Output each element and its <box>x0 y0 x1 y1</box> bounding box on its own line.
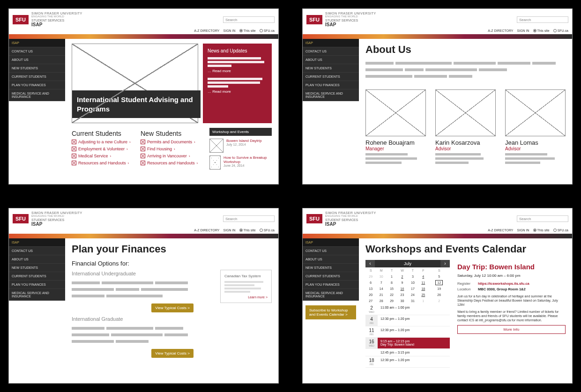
signin-link[interactable]: SIGN IN <box>223 29 236 32</box>
sidebar-item-contact[interactable]: CONTACT US <box>9 247 65 255</box>
search-input[interactable]: Search <box>223 215 275 222</box>
sidebar-item-medical[interactable]: MEDICAL SERVICE AND INSURANCE <box>303 89 359 101</box>
link-medical[interactable]: Medical Service› <box>72 154 134 158</box>
subtitle: Financial Options for: <box>72 260 272 267</box>
day-row[interactable]: 18FRI12:30 pm – 1:20 pm <box>365 356 450 368</box>
sidebar-item-current[interactable]: CURRENT STUDENTS <box>9 272 65 281</box>
col-new-title: New Students <box>141 130 203 137</box>
sidebar-item-finances[interactable]: PLAN YOU FINANCES <box>9 81 65 89</box>
search-input[interactable]: Search <box>517 215 568 222</box>
sidebar: ISAP CONTACT US ABOUT US NEW STUDENTS CU… <box>303 39 359 184</box>
body-text <box>72 280 194 300</box>
sidebar-item-contact[interactable]: CONTACT US <box>9 47 65 56</box>
sidebar-item-new[interactable]: NEW STUDENTS <box>303 64 359 73</box>
radio-sfu-ca[interactable]: SFU.ca <box>260 229 275 232</box>
screen-calendar: SFU SIMON FRASER UNIVERSITY ENGAGING THE… <box>302 208 573 384</box>
radio-sfu-ca[interactable]: SFU.ca <box>553 29 568 32</box>
link-arriving[interactable]: Arriving in Vancouver› <box>141 154 203 158</box>
radio-this-site[interactable]: This site <box>533 229 550 232</box>
az-directory-link[interactable]: A-Z DIRECTORY <box>194 229 219 232</box>
sfu-logo[interactable]: SFU <box>306 214 322 223</box>
x-icon <box>72 147 76 151</box>
next-month-button[interactable]: › <box>440 260 450 267</box>
header: SFU SIMON FRASER UNIVERSITY ENGAGING THE… <box>303 9 572 28</box>
unit-name: ISAP <box>31 22 223 27</box>
university-name: SIMON FRASER UNIVERSITY <box>31 12 223 15</box>
sidebar-item-about[interactable]: ABOUT US <box>9 255 65 264</box>
sidebar-item-about[interactable]: ABOUT US <box>9 56 65 64</box>
sfu-logo[interactable]: SFU <box>306 15 322 24</box>
event-item[interactable]: How to Survive a Breakup WorkshopJune 24… <box>209 155 272 170</box>
register-link[interactable]: https://icsworkshops.its.sfu.ca <box>478 281 529 286</box>
radio-this-site[interactable]: This site <box>239 229 256 232</box>
x-icon <box>141 161 145 165</box>
view-costs-button[interactable]: View Typical Costs > <box>151 349 194 358</box>
radio-sfu-ca[interactable]: SFU.ca <box>260 29 275 32</box>
sidebar-item-isap[interactable]: ISAP <box>303 238 359 247</box>
sidebar-item-medical[interactable]: MEDICAL SERVICE AND INSURANCE <box>9 89 65 101</box>
tagline: ENGAGING THE WORLD <box>31 15 223 18</box>
sidebar-item-finances[interactable]: PLAN YOU FINANCES <box>303 81 359 89</box>
link-resources-1[interactable]: Resources and Handouts› <box>72 161 134 165</box>
event-location: MBC 0300, Group Room 1&2 <box>478 287 526 291</box>
az-directory-link[interactable]: A-Z DIRECTORY <box>488 29 513 32</box>
learn-more-link[interactable]: Learn more > <box>224 296 268 299</box>
signin-link[interactable]: SIGN IN <box>517 229 529 232</box>
event-item[interactable]: Bowen Island DaytripJuly 12, 2014 <box>209 139 272 153</box>
event-when: Saturday, July 12 10:00 am – 6:00 pm <box>457 274 566 278</box>
link-housing[interactable]: Find Housing› <box>141 147 203 151</box>
signin-link[interactable]: SIGN IN <box>223 229 236 232</box>
sidebar-item-medical[interactable]: MEDICAL SERVICE AND INSURANCE <box>303 289 359 301</box>
sidebar-item-current[interactable]: CURRENT STUDENTS <box>303 272 359 281</box>
az-directory-link[interactable]: A-Z DIRECTORY <box>488 229 513 232</box>
read-more-1[interactable]: … Read more <box>208 69 267 73</box>
sidebar-item-about[interactable]: ABOUT US <box>303 56 359 64</box>
sidebar-item-current[interactable]: CURRENT STUDENTS <box>303 73 359 81</box>
sidebar-item-new[interactable]: NEW STUDENTS <box>9 64 65 73</box>
sidebar-item-about[interactable]: ABOUT US <box>303 255 359 264</box>
sidebar-item-contact[interactable]: CONTACT US <box>303 47 359 56</box>
day-row[interactable]: 16WED9:15 am – 12:15 pmDay Trip: Bowen I… <box>365 338 450 349</box>
month-label: July <box>375 260 440 267</box>
x-icon <box>72 161 76 165</box>
read-more-2[interactable]: … Read more <box>208 89 267 94</box>
staff-role: Manager <box>365 146 426 151</box>
radio-sfu-ca[interactable]: SFU.ca <box>553 229 568 232</box>
calendar-grid[interactable]: SMTWTFS293012345678910111213141516171819… <box>365 267 450 304</box>
signin-link[interactable]: SIGN IN <box>517 29 529 32</box>
day-row[interactable]: 2WED11:00 am – 1:00 pm <box>365 304 450 315</box>
more-info-button[interactable]: More Info <box>457 325 566 334</box>
sidebar-item-current[interactable]: CURRENT STUDENTS <box>9 73 65 81</box>
day-row[interactable]: 4FRI12:30 pm – 1:20 pm <box>365 315 450 326</box>
sfu-logo[interactable]: SFU <box>13 214 29 223</box>
taxbox-title: Canadian Tax System <box>224 274 268 278</box>
link-adjusting[interactable]: Adjusting to a new Culture› <box>72 140 134 144</box>
search-input[interactable]: Search <box>517 16 568 23</box>
sidebar-item-medical[interactable]: MEDICAL SERVICE AND INSURANCE <box>9 289 65 301</box>
sidebar-item-isap[interactable]: ISAP <box>9 39 65 47</box>
subscribe-button[interactable]: Subscribe to Workshop and Events Calenda… <box>305 305 356 319</box>
tax-aside: Canadian Tax System Learn more > <box>220 270 272 303</box>
sidebar-item-new[interactable]: NEW STUDENTS <box>9 264 65 272</box>
link-employment[interactable]: Employment & Volunteer› <box>72 147 134 151</box>
page-title: About Us <box>365 44 566 56</box>
sidebar-item-isap[interactable]: ISAP <box>9 238 65 247</box>
az-directory-link[interactable]: A-Z DIRECTORY <box>194 29 219 32</box>
sidebar-item-contact[interactable]: CONTACT US <box>303 247 359 255</box>
prev-month-button[interactable]: ‹ <box>365 260 375 267</box>
radio-this-site[interactable]: This site <box>533 29 550 32</box>
search-input[interactable]: Search <box>223 16 275 23</box>
radio-this-site[interactable]: This site <box>239 29 256 32</box>
link-permits[interactable]: Permits and Documents› <box>141 140 203 144</box>
screen-about: SFU SIMON FRASER UNIVERSITY ENGAGING THE… <box>302 8 573 185</box>
sfu-logo[interactable]: SFU <box>13 15 29 24</box>
x-icon <box>72 140 76 144</box>
view-costs-button[interactable]: View Typical Costs > <box>151 303 194 312</box>
link-resources-2[interactable]: Resources and Handouts› <box>141 161 203 165</box>
sidebar-item-isap[interactable]: ISAP <box>303 39 359 47</box>
x-icon <box>72 154 76 158</box>
sidebar-item-new[interactable]: NEW STUDENTS <box>303 264 359 272</box>
sidebar-item-finances[interactable]: PLAN YOU FINANCES <box>303 281 359 289</box>
sidebar-item-finances[interactable]: PLAN YOU FINANCES <box>9 281 65 289</box>
day-row[interactable]: 11FRI12:30 pm – 1:20 pm <box>365 326 450 338</box>
